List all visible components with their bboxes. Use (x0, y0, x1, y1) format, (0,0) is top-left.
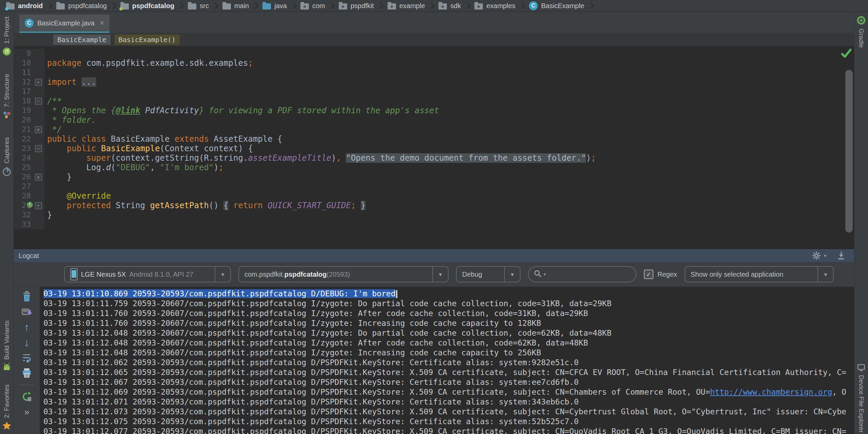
breadcrumb-separator-icon (110, 2, 117, 9)
breadcrumb-separator-icon (252, 2, 259, 9)
fold-marker-icon[interactable]: ∨ (35, 126, 42, 133)
log-line[interactable]: 03-19 13:01:12.067 20593-20593/com.pspdf… (43, 377, 854, 387)
log-line[interactable]: 03-19 13:01:12.071 20593-20593/com.pspdf… (43, 397, 854, 407)
code-text: /** (44, 96, 62, 106)
gutter (32, 134, 44, 144)
log-line[interactable]: 03-19 13:01:12.075 20593-20593/com.pspdf… (43, 417, 854, 427)
export-logs-icon[interactable] (21, 307, 32, 317)
fold-marker-icon[interactable]: + (35, 79, 42, 86)
device-selector[interactable]: LGE Nexus 5X Android 8.1.0, API 27 ▼ (64, 266, 231, 282)
fold-marker-icon[interactable]: + (35, 202, 42, 209)
log-segment: 03-19 13:01:11.760 20593-20607/com.pspdf… (43, 309, 588, 318)
tool-button-2-favorites[interactable]: 2: Favorites (2, 384, 12, 431)
log-line[interactable]: 03-19 13:01:11.760 20593-20607/com.pspdf… (43, 309, 854, 318)
clear-logcat-icon[interactable] (22, 291, 32, 302)
filter-value: Show only selected application (691, 271, 784, 278)
folder-icon (56, 3, 65, 9)
fold-marker-icon[interactable]: − (35, 98, 42, 105)
log-line[interactable]: 03-19 13:01:12.069 20593-20593/com.pspdf… (43, 387, 854, 397)
breadcrumb-item-java[interactable]: java (262, 2, 288, 10)
log-level-selector[interactable]: Debug ▼ (456, 266, 520, 282)
code-token: QUICK_START_GUIDE (268, 201, 351, 210)
breadcrumb-item-BasicExample[interactable]: CBasicExample (528, 1, 585, 10)
up-stack-trace-icon[interactable]: ↑ (24, 322, 29, 332)
settings-gear-icon[interactable] (812, 251, 821, 260)
chevron-down-icon[interactable]: ▼ (817, 267, 833, 282)
fold-marker-icon[interactable]: ∨ (35, 174, 42, 181)
breadcrumb-item-pspdfcatalog[interactable]: pspdfcatalog (56, 2, 107, 10)
tool-button-label: Gradle (857, 28, 865, 48)
chevron-down-icon[interactable]: ▼ (215, 267, 230, 282)
soft-wraps-icon[interactable] (22, 353, 32, 363)
regex-checkbox[interactable]: ✓ (644, 270, 653, 279)
code-line: 24 super(context.getString(R.string.asse… (14, 153, 854, 163)
gutter (32, 106, 44, 115)
log-line[interactable]: 03-19 13:01:11.760 20593-20607/com.pspdf… (43, 318, 854, 328)
close-tab-icon[interactable]: × (100, 19, 104, 27)
log-segment: 03-19 13:01:12.065 20593-20593/com.pspdf… (43, 368, 846, 377)
tool-button-7-structure[interactable]: 7: Structure (2, 74, 12, 120)
gutter: − (32, 144, 44, 153)
code-token: } (47, 210, 52, 220)
breadcrumb-item-com[interactable]: com (300, 2, 326, 10)
down-stack-trace-icon[interactable]: ↓ (24, 337, 29, 348)
editor-column: C BasicExample.java × BasicExample Basic… (14, 12, 854, 434)
hide-panel-icon[interactable] (836, 251, 846, 260)
log-line[interactable]: 03-19 13:01:11.759 20593-20607/com.pspdf… (43, 299, 854, 309)
logcat-output[interactable]: 03-19 13:01:10.869 20593-20593/com.pspdf… (40, 287, 854, 434)
fold-marker-icon[interactable]: − (35, 145, 42, 152)
breadcrumb-item-pspdfcatalog[interactable]: pspdfcatalog (120, 2, 175, 10)
process-selector[interactable]: com.pspdfkit.pspdfcatalog (20593) ▼ (238, 266, 449, 282)
breadcrumb-item-src[interactable]: src (187, 2, 210, 10)
breadcrumb-item-android[interactable]: android (5, 2, 43, 10)
code-editor[interactable]: 910package com.pspdfkit.example.sdk.exam… (14, 46, 854, 249)
gutter (32, 58, 44, 68)
filter-selector[interactable]: Show only selected application ▼ (685, 266, 834, 282)
code-text: super(context.getString(R.string.assetEx… (44, 153, 596, 163)
log-line[interactable]: 03-19 13:01:12.048 20593-20607/com.pspdf… (43, 338, 854, 348)
breadcrumb-item-sdk[interactable]: sdk (438, 2, 461, 10)
line-number: 26 (14, 172, 32, 182)
log-line-text: 03-19 13:01:12.062 20593-20593/com.pspdf… (43, 358, 579, 367)
tool-button-build-variants[interactable]: Build Variants (2, 320, 12, 371)
search-history-icon[interactable]: ▼ (543, 272, 547, 276)
code-token: String (116, 201, 150, 210)
tool-button-device-file-explorer[interactable]: Device File Explorer (857, 363, 866, 433)
inspections-ok-icon[interactable] (841, 48, 852, 59)
log-segment: 03-19 13:01:10.869 20593-20593/com.pspdf… (43, 289, 396, 298)
overrides-method-icon[interactable]: i↑ (27, 202, 33, 208)
log-hyperlink[interactable]: http://www.chambersign.org (710, 388, 832, 396)
log-line[interactable]: 03-19 13:01:12.065 20593-20593/com.pspdf… (43, 368, 854, 377)
code-token: public (67, 144, 101, 153)
breadcrumb-item-example[interactable]: example (387, 2, 426, 10)
tool-button-captures[interactable]: Captures (2, 137, 12, 176)
gutter: + (32, 77, 44, 87)
breadcrumb-item-pspdfkit[interactable]: pspdfkit (338, 2, 375, 10)
line-number: 20 (14, 115, 32, 125)
code-token: super (86, 153, 111, 163)
chevron-down-icon[interactable]: ▼ (504, 267, 520, 282)
log-line[interactable]: 03-19 13:01:12.048 20593-20607/com.pspdf… (43, 328, 854, 338)
chevron-down-icon[interactable]: ▼ (432, 267, 448, 282)
code-token: protected (67, 201, 116, 210)
more-options-icon[interactable]: » (24, 407, 29, 417)
breadcrumb-method[interactable]: BasicExample() (115, 35, 180, 45)
tab-basicexample-java[interactable]: C BasicExample.java × (19, 15, 110, 33)
log-line[interactable]: 03-19 13:01:12.077 20593-20593/com.pspdf… (43, 427, 854, 434)
tool-button-1-project[interactable]: 1: Project (2, 17, 12, 56)
log-line[interactable]: 03-19 13:01:12.062 20593-20593/com.pspdf… (43, 358, 854, 368)
breadcrumb-item-main[interactable]: main (222, 2, 250, 10)
log-line[interactable]: 03-19 13:01:12.048 20593-20607/com.pspdf… (43, 348, 854, 358)
logcat-header[interactable]: Logcat ▾ (14, 249, 854, 262)
print-icon[interactable] (21, 368, 32, 378)
android-robot-icon (2, 363, 12, 371)
restart-icon[interactable] (22, 392, 32, 402)
breadcrumb-item-examples[interactable]: examples (474, 2, 516, 10)
log-line[interactable]: 03-19 13:01:10.869 20593-20593/com.pspdf… (43, 289, 854, 299)
breadcrumb-class[interactable]: BasicExample (53, 35, 111, 45)
editor-scrollbar[interactable] (845, 70, 853, 233)
search-input[interactable]: ▼ (528, 266, 636, 282)
log-line[interactable]: 03-19 13:01:12.073 20593-20593/com.pspdf… (43, 407, 854, 417)
code-token: ( (111, 163, 116, 172)
tool-button-gradle[interactable]: Gradle (856, 15, 866, 48)
